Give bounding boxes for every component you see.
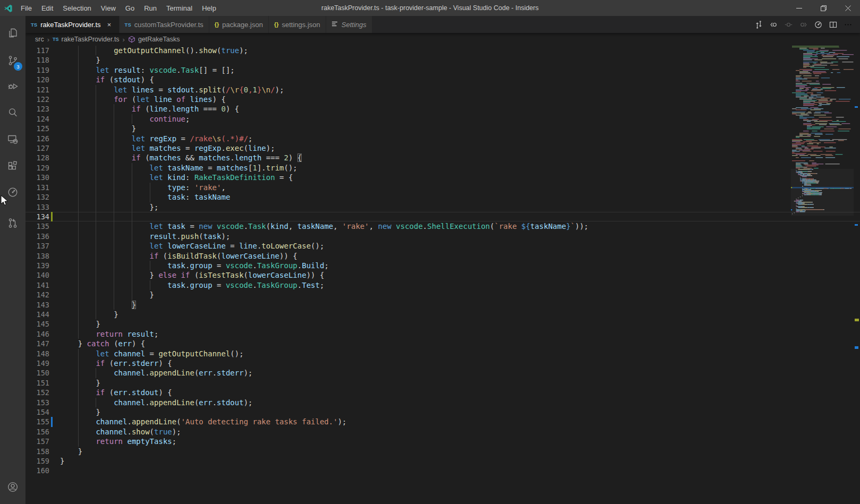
code-line-155[interactable]: 155 channel.appendLine('Auto detecting r… <box>25 417 860 426</box>
menu-view[interactable]: View <box>96 0 121 16</box>
code-line-137[interactable]: 137 let lowerCaseLine = line.toLowerCase… <box>25 241 860 251</box>
code-text: result.push(task); <box>60 232 790 241</box>
tab-settings[interactable]: Settings <box>326 16 372 33</box>
code-line-131[interactable]: 131 type: 'rake', <box>25 183 860 192</box>
search-icon[interactable] <box>0 101 25 124</box>
code-line-151[interactable]: 151 } <box>25 378 860 388</box>
code-line-118[interactable]: 118 } <box>25 55 860 65</box>
menu-file[interactable]: File <box>16 0 37 16</box>
code-line-130[interactable]: 130 let kind: RakeTaskDefinition = { <box>25 173 860 182</box>
code-text: task.group = vscode.TaskGroup.Build; <box>60 261 790 270</box>
code-line-143[interactable]: 143 } <box>25 300 860 310</box>
tab-raketaskprovider-ts[interactable]: TSrakeTaskProvider.ts× <box>25 16 120 33</box>
breadcrumb-label: rakeTaskProvider.ts <box>62 36 120 43</box>
remote-explorer-icon[interactable] <box>0 127 25 151</box>
code-line-158[interactable]: 158 } <box>25 447 860 456</box>
code-line-141[interactable]: 141 task.group = vscode.TaskGroup.Test; <box>25 280 860 290</box>
code-line-117[interactable]: 117 getOutputChannel().show(true); <box>25 46 860 55</box>
code-line-136[interactable]: 136 result.push(task); <box>25 232 860 241</box>
code-line-142[interactable]: 142 } <box>25 290 860 300</box>
cur-change-icon[interactable] <box>781 18 795 31</box>
code-line-126[interactable]: 126 let regExp = /rake\s(.*)#/; <box>25 134 860 143</box>
code-line-150[interactable]: 150 channel.appendLine(err.stderr); <box>25 368 860 378</box>
line-number: 120 <box>25 75 49 84</box>
prev-change-icon[interactable] <box>767 18 780 31</box>
code-line-159[interactable]: 159} <box>25 456 860 466</box>
code-line-138[interactable]: 138 if (isBuildTask(lowerCaseLine)) { <box>25 251 860 261</box>
account-icon[interactable] <box>0 475 25 499</box>
code-line-135[interactable]: 135 let task = new vscode.Task(kind, tas… <box>25 221 860 231</box>
code-line-156[interactable]: 156 channel.show(true); <box>25 427 860 437</box>
code-line-124[interactable]: 124 continue; <box>25 114 860 124</box>
explorer-icon[interactable] <box>0 21 25 45</box>
menu-terminal[interactable]: Terminal <box>161 0 197 16</box>
editor-actions <box>751 16 860 33</box>
next-change-icon[interactable] <box>796 18 810 31</box>
code-line-121[interactable]: 121 let lines = stdout.split(/\r{0,1}\n/… <box>25 85 860 95</box>
indent-guide <box>96 241 96 251</box>
source-control-icon[interactable]: 3 <box>0 49 25 72</box>
code-line-128[interactable]: 128 if (matches && matches.length === 2)… <box>25 153 860 163</box>
code-line-149[interactable]: 149 if (err.stderr) { <box>25 358 860 368</box>
code-line-120[interactable]: 120 if (stdout) { <box>25 75 860 84</box>
breadcrumb-item-getraketasks[interactable]: getRakeTasks <box>128 36 180 43</box>
breadcrumb-item-src[interactable]: src <box>35 36 44 43</box>
code-line-147[interactable]: 147 } catch (err) { <box>25 339 860 348</box>
tab-customtaskprovider-ts[interactable]: TScustomTaskProvider.ts <box>120 16 209 33</box>
menu-run[interactable]: Run <box>139 0 161 16</box>
gutter-decoration <box>49 95 60 104</box>
open-changes-icon[interactable] <box>752 18 765 31</box>
code-line-144[interactable]: 144 } <box>25 310 860 319</box>
close-window-button[interactable] <box>836 0 860 16</box>
indent-guide <box>78 310 79 319</box>
extensions-icon[interactable] <box>0 154 25 177</box>
tab-settings-json[interactable]: {}settings.json <box>269 16 326 33</box>
split-editor-icon[interactable] <box>826 18 840 31</box>
code-line-154[interactable]: 154 } <box>25 407 860 417</box>
code-line-160[interactable]: 160 <box>25 466 860 475</box>
code-line-127[interactable]: 127 let matches = regExp.exec(line); <box>25 143 860 153</box>
code-line-134[interactable]: 134 <box>25 212 860 221</box>
code-line-122[interactable]: 122 for (let line of lines) { <box>25 95 860 104</box>
source-control-badge: 3 <box>14 62 22 71</box>
restore-button[interactable] <box>811 0 836 16</box>
code-line-145[interactable]: 145 } <box>25 319 860 329</box>
pull-request-icon[interactable] <box>0 211 25 235</box>
code-line-153[interactable]: 153 channel.appendLine(err.stdout); <box>25 398 860 407</box>
line-number: 148 <box>25 349 49 358</box>
menu-go[interactable]: Go <box>121 0 139 16</box>
more-icon[interactable] <box>841 18 855 31</box>
menu-help[interactable]: Help <box>197 0 221 16</box>
code-line-157[interactable]: 157 return emptyTasks; <box>25 437 860 446</box>
menu-edit[interactable]: Edit <box>37 0 58 16</box>
code-line-119[interactable]: 119 let result: vscode.Task[] = []; <box>25 65 860 75</box>
indent-guide <box>96 251 96 261</box>
code-line-139[interactable]: 139 task.group = vscode.TaskGroup.Build; <box>25 261 860 270</box>
code-text: if (err.stderr) { <box>60 358 790 368</box>
code-line-123[interactable]: 123 if (line.length === 0) { <box>25 104 860 114</box>
menu-selection[interactable]: Selection <box>58 0 96 16</box>
code-line-129[interactable]: 129 let taskName = matches[1].trim(); <box>25 163 860 173</box>
code-line-132[interactable]: 132 task: taskName <box>25 192 860 202</box>
code-line-125[interactable]: 125 } <box>25 124 860 133</box>
indent-guide <box>114 163 114 173</box>
close-tab-icon[interactable]: × <box>105 21 114 29</box>
minimap[interactable] <box>791 46 854 216</box>
code-line-146[interactable]: 146 return result; <box>25 329 860 339</box>
clock-icon[interactable] <box>811 18 825 31</box>
code-line-140[interactable]: 140 } else if (isTestTask(lowerCaseLine)… <box>25 270 860 280</box>
code-line-148[interactable]: 148 let channel = getOutputChannel(); <box>25 349 860 358</box>
menu-bar: FileEditSelectionViewGoRunTerminalHelp <box>16 0 221 16</box>
indent-guide <box>78 153 79 163</box>
code-line-133[interactable]: 133 }; <box>25 202 860 212</box>
code-editor[interactable]: 117 getOutputChannel().show(true);118 }1… <box>25 46 860 504</box>
breadcrumb-item-raketaskprovider-ts[interactable]: TSrakeTaskProvider.ts <box>53 36 120 43</box>
minimize-button[interactable] <box>787 0 811 16</box>
tab-package-json[interactable]: {}package.json <box>209 16 269 33</box>
clock-icon[interactable] <box>0 181 25 204</box>
vscode-insiders-logo-icon <box>0 0 16 16</box>
overview-ruler[interactable] <box>854 46 860 504</box>
code-line-152[interactable]: 152 if (err.stdout) { <box>25 388 860 397</box>
run-debug-icon[interactable] <box>0 74 25 98</box>
overview-ruler-modified-mark <box>855 224 858 226</box>
